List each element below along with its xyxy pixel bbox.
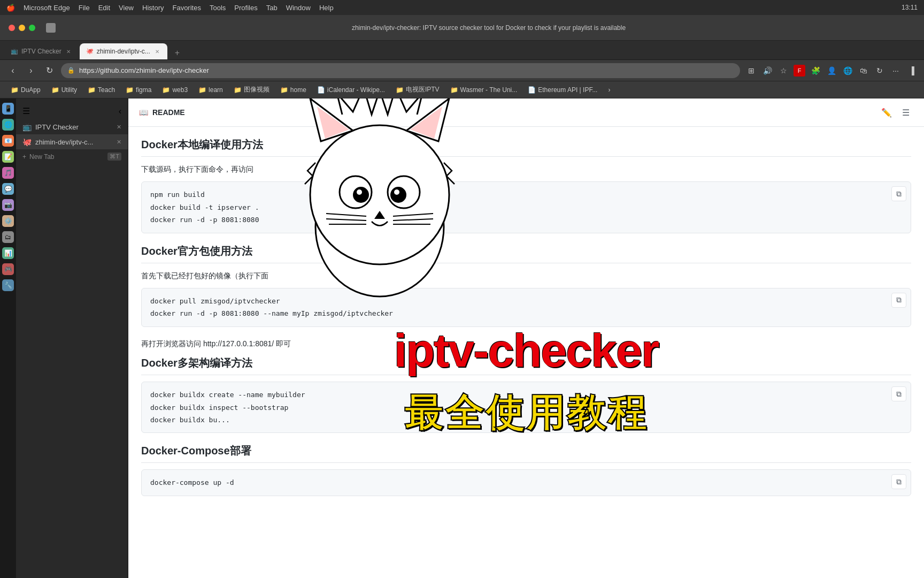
url-text: https://github.com/zhimin-dev/iptv-check… xyxy=(79,66,209,74)
menu-file[interactable]: File xyxy=(79,4,90,12)
folder-icon: 📁 xyxy=(11,86,19,94)
edit-readme-button[interactable]: ✏️ xyxy=(879,105,894,120)
bookmark-teach[interactable]: 📁 Teach xyxy=(83,83,119,96)
menu-history[interactable]: History xyxy=(142,4,164,12)
close-window-button[interactable] xyxy=(9,25,15,31)
menu-tools[interactable]: Tools xyxy=(210,4,226,12)
readme-header: 📖 README ✏️ ☰ xyxy=(128,98,924,127)
forward-button[interactable]: › xyxy=(25,64,37,77)
dock-icon-9[interactable]: 🗂 xyxy=(2,231,14,243)
bookmark-image-video[interactable]: 📁 图像视频 xyxy=(229,83,274,96)
dock-icon-10[interactable]: 📊 xyxy=(2,247,14,259)
section-heading-2: Docker官方包使用方法 xyxy=(141,244,911,263)
readme-title: 📖 README xyxy=(139,108,185,117)
close-icon[interactable]: ✕ xyxy=(117,124,121,131)
minimize-window-button[interactable] xyxy=(19,25,25,31)
keyboard-shortcut: ⌘T xyxy=(107,153,121,161)
sidebar-panel: ☰ ‹ 📺 IPTV Checker ✕ 🐙 zhimin-dev/iptv-c… xyxy=(16,98,128,578)
window-title: zhimin-dev/iptv-checker: IPTV source che… xyxy=(62,24,915,32)
dock-icon-6[interactable]: 💬 xyxy=(2,183,14,195)
bookmark-label: Teach xyxy=(98,86,115,94)
code-block-4: docker-compose up -d ⧉ xyxy=(141,469,911,496)
refresh-button[interactable]: ↻ xyxy=(43,64,56,77)
bookmark-iptv[interactable]: 📁 电视医IPTV xyxy=(391,83,444,96)
sidebar-toggle[interactable]: ☰ ‹ xyxy=(16,103,128,119)
toc-button[interactable]: ☰ xyxy=(898,105,913,120)
tab-close-active-button[interactable]: ✕ xyxy=(153,48,161,55)
dock-icon-5[interactable]: 🎵 xyxy=(2,167,14,179)
bookmark-label: DuApp xyxy=(21,86,41,94)
sidebar-icon[interactable]: ▐ xyxy=(906,65,918,77)
copy-button-2[interactable]: ⧉ xyxy=(891,293,906,308)
macos-dock: 📱 🌐 📧 📝 🎵 💬 📷 ⚙️ 🗂 📊 🎮 🔧 xyxy=(0,98,16,578)
sidebar-item-iptv-checker[interactable]: 📺 IPTV Checker ✕ xyxy=(16,119,128,134)
menu-profiles[interactable]: Profiles xyxy=(234,4,257,12)
collections-icon[interactable]: F xyxy=(794,65,805,77)
copy-button-3[interactable]: ⧉ xyxy=(891,386,906,401)
maximize-window-button[interactable] xyxy=(29,25,35,31)
sidebar-back-icon[interactable]: ‹ xyxy=(119,107,121,116)
new-tab-label: New Tab xyxy=(29,153,54,161)
dock-icon-7[interactable]: 📷 xyxy=(2,199,14,211)
dock-icon-12[interactable]: 🔧 xyxy=(2,279,14,291)
bookmark-ethereum[interactable]: 📄 Ethereum API | IPF... xyxy=(523,83,602,96)
dock-icon-4[interactable]: 📝 xyxy=(2,151,14,163)
refresh-alt-icon[interactable]: ↻ xyxy=(874,65,886,77)
menu-tab[interactable]: Tab xyxy=(266,4,278,12)
dock-icon-11[interactable]: 🎮 xyxy=(2,263,14,275)
code-line: docker pull zmisgod/iptvchecker xyxy=(150,295,902,307)
content-area: 📖 README ✏️ ☰ Docker本地编译使用方法 下载源码，执行下面命令… xyxy=(128,98,924,578)
bookmark-more[interactable]: › xyxy=(604,83,614,96)
bookmark-home[interactable]: 📁 home xyxy=(276,83,311,96)
tab-search-icon[interactable]: ⊞ xyxy=(745,65,757,77)
sidebar-item-github[interactable]: 🐙 zhimin-dev/iptv-c... ✕ xyxy=(16,134,128,149)
code-line: docker buildx create --name mybuilder xyxy=(150,389,902,401)
profile-icon[interactable]: 👤 xyxy=(826,65,837,77)
bookmark-duapp[interactable]: 📁 DuApp xyxy=(6,83,45,96)
dock-icon-2[interactable]: 🌐 xyxy=(2,119,14,131)
tab-iptv-checker[interactable]: 📺 IPTV Checker ✕ xyxy=(4,43,79,59)
copy-button-1[interactable]: ⧉ xyxy=(891,186,906,201)
menu-view[interactable]: View xyxy=(119,4,134,12)
url-input[interactable]: 🔒 https://github.com/zhimin-dev/iptv-che… xyxy=(61,63,740,78)
more-icon[interactable]: ··· xyxy=(890,65,902,77)
menu-edit[interactable]: Edit xyxy=(98,4,110,12)
read-aloud-icon[interactable]: 🔊 xyxy=(761,65,773,77)
bookmark-icalendar[interactable]: 📄 iCalendar - Wikipe... xyxy=(313,83,389,96)
back-button[interactable]: ‹ xyxy=(6,64,19,77)
github-readme: 📖 README ✏️ ☰ Docker本地编译使用方法 下载源码，执行下面命令… xyxy=(128,98,924,578)
dock-icon-3[interactable]: 📧 xyxy=(2,135,14,147)
section-desc-1: 下载源码，执行下面命令，再访问 xyxy=(141,163,911,175)
new-tab-sidebar[interactable]: + New Tab ⌘T xyxy=(16,149,128,164)
menu-favorites[interactable]: Favorites xyxy=(172,4,201,12)
apple-menu[interactable]: 🍎 xyxy=(6,4,15,12)
section-compose: Docker-Compose部署 docker-compose up -d ⧉ xyxy=(141,444,911,496)
address-bar: ‹ › ↻ 🔒 https://github.com/zhimin-dev/ip… xyxy=(0,60,924,81)
menu-items[interactable]: 🍎 Microsoft Edge File Edit View History … xyxy=(6,4,334,12)
lock-icon: 🔒 xyxy=(67,67,75,74)
bookmark-web3[interactable]: 📁 web3 xyxy=(158,83,192,96)
extensions-icon[interactable]: 🧩 xyxy=(810,65,821,77)
translate-icon[interactable]: 🌐 xyxy=(842,65,853,77)
bookmark-utility[interactable]: 📁 Utility xyxy=(47,83,81,96)
shopping-icon[interactable]: 🛍 xyxy=(858,65,869,77)
folder-icon: 📁 xyxy=(450,86,458,94)
app-name[interactable]: Microsoft Edge xyxy=(24,4,70,12)
tab-close-button[interactable]: ✕ xyxy=(65,48,72,55)
tab-github[interactable]: 🐙 zhimin-dev/iptv-c... ✕ xyxy=(80,43,167,59)
bookmark-wasmer[interactable]: 📁 Wasmer - The Uni... xyxy=(446,83,522,96)
dock-icon-1[interactable]: 📱 xyxy=(2,103,14,115)
new-tab-button[interactable]: + xyxy=(171,47,184,59)
bookmark-label: 图像视频 xyxy=(244,85,270,94)
code-block-1: npm run build docker build -t ipserver .… xyxy=(141,181,911,233)
copy-button-4[interactable]: ⧉ xyxy=(891,474,906,489)
menu-help[interactable]: Help xyxy=(319,4,334,12)
menu-window[interactable]: Window xyxy=(286,4,311,12)
favorites-icon[interactable]: ☆ xyxy=(777,65,789,77)
bookmark-learn[interactable]: 📁 learn xyxy=(194,83,227,96)
section-multiarch: Docker多架构编译方法 docker buildx create --nam… xyxy=(141,356,911,433)
bookmark-figma[interactable]: 📁 figma xyxy=(121,83,156,96)
folder-icon: 📁 xyxy=(396,86,404,94)
dock-icon-8[interactable]: ⚙️ xyxy=(2,215,14,227)
close-icon-active[interactable]: ✕ xyxy=(117,139,121,146)
